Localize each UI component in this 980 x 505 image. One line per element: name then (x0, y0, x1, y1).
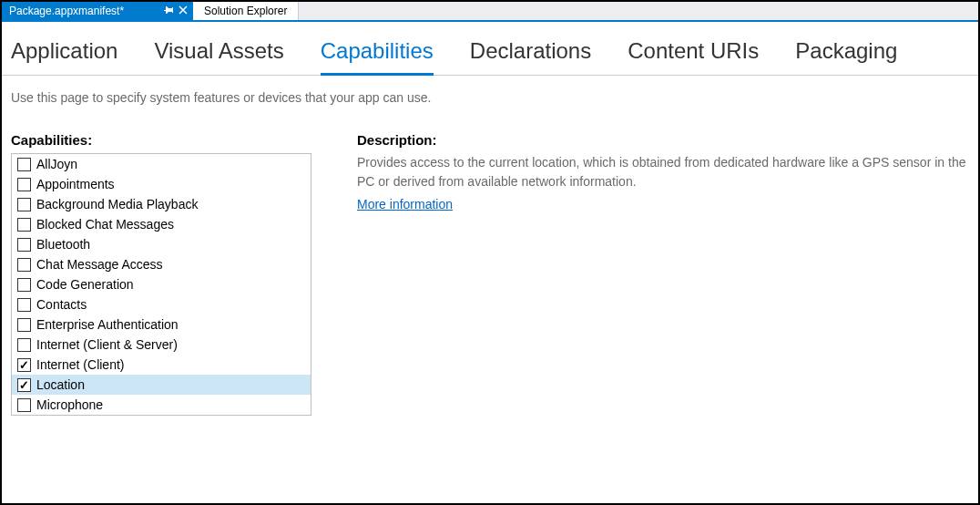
capability-item[interactable]: AllJoyn (12, 154, 311, 174)
capability-label: Internet (Client & Server) (36, 337, 178, 352)
capability-item[interactable]: Appointments (12, 174, 311, 194)
description-title: Description: (357, 132, 969, 148)
capability-checkbox[interactable] (17, 358, 31, 372)
capabilities-list: AllJoynAppointmentsBackground Media Play… (11, 153, 311, 416)
capability-label: Internet (Client) (36, 357, 124, 372)
capability-item[interactable]: Internet (Client & Server) (12, 335, 311, 355)
capability-label: Background Media Playback (36, 197, 198, 211)
capability-item[interactable]: Chat Message Access (12, 254, 311, 274)
capability-label: Microphone (36, 397, 103, 412)
capability-checkbox[interactable] (17, 218, 31, 232)
capability-item[interactable]: Bluetooth (12, 234, 311, 254)
tab-content-uris[interactable]: Content URIs (628, 38, 759, 75)
capability-label: AllJoyn (36, 157, 77, 171)
solution-explorer-tab[interactable]: Solution Explorer (193, 2, 299, 20)
capability-label: Code Generation (36, 277, 134, 292)
capability-checkbox[interactable] (17, 278, 31, 292)
capability-checkbox[interactable] (17, 158, 31, 171)
tab-capabilities[interactable]: Capabilities (321, 38, 434, 76)
capability-checkbox[interactable] (17, 178, 31, 191)
capability-checkbox[interactable] (17, 258, 31, 272)
capability-label: Contacts (36, 297, 87, 312)
pin-icon[interactable] (164, 5, 173, 17)
capability-label: Chat Message Access (36, 257, 163, 272)
capability-item[interactable]: Location (12, 375, 311, 395)
active-tab-title: Package.appxmanifest* (9, 5, 124, 17)
capability-item[interactable]: Internet (Client) (12, 355, 311, 375)
capability-checkbox[interactable] (17, 198, 31, 211)
capability-item[interactable]: Code Generation (12, 274, 311, 294)
capability-checkbox[interactable] (17, 378, 31, 392)
tab-visual-assets[interactable]: Visual Assets (154, 38, 283, 75)
capability-checkbox[interactable] (17, 338, 31, 352)
capability-item[interactable]: Microphone (12, 395, 311, 415)
capability-label: Location (36, 377, 85, 392)
capability-label: Bluetooth (36, 237, 90, 252)
capability-item[interactable]: Blocked Chat Messages (12, 214, 311, 234)
capability-item[interactable]: Background Media Playback (12, 194, 311, 214)
capability-checkbox[interactable] (17, 398, 31, 412)
capability-checkbox[interactable] (17, 318, 31, 332)
document-tab-bar: Package.appxmanifest* Solution Explorer (2, 2, 978, 22)
capability-item[interactable]: Enterprise Authentication (12, 314, 311, 335)
active-document-tab[interactable]: Package.appxmanifest* (2, 2, 193, 20)
manifest-nav-tabs: ApplicationVisual AssetsCapabilitiesDecl… (2, 22, 978, 76)
capability-checkbox[interactable] (17, 298, 31, 312)
tab-application[interactable]: Application (11, 38, 117, 75)
capability-checkbox[interactable] (17, 238, 31, 252)
help-text: Use this page to specify system features… (2, 76, 978, 105)
capability-label: Blocked Chat Messages (36, 217, 174, 232)
more-information-link[interactable]: More information (357, 197, 453, 211)
capabilities-title: Capabilities: (11, 132, 311, 148)
tab-declarations[interactable]: Declarations (470, 38, 591, 75)
close-icon[interactable] (179, 5, 188, 17)
capability-item[interactable]: Contacts (12, 294, 311, 314)
capability-label: Enterprise Authentication (36, 317, 179, 332)
capability-label: Appointments (36, 177, 115, 191)
other-tab-title: Solution Explorer (204, 5, 287, 17)
description-text: Provides access to the current location,… (357, 153, 969, 191)
tab-packaging[interactable]: Packaging (795, 38, 897, 75)
